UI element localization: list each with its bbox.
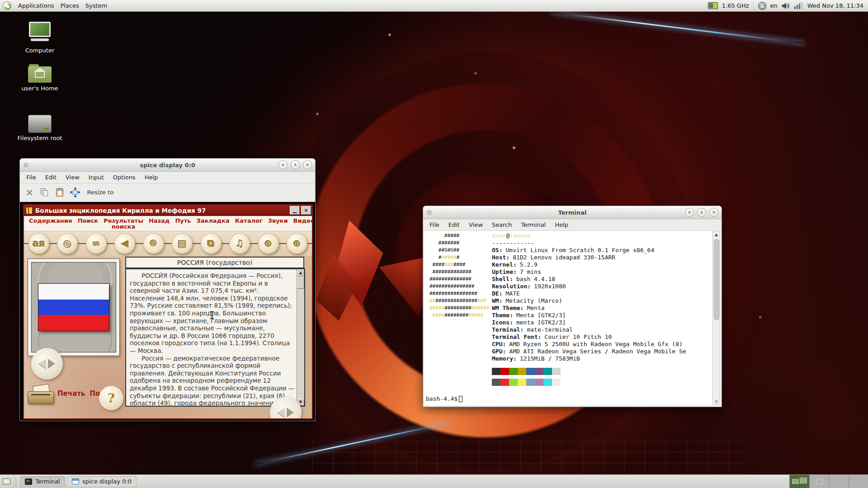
scrollbar-thumb[interactable]: [714, 239, 719, 320]
ascii-art-line: #####: [429, 232, 492, 239]
shutdown-icon[interactable]: ×: [25, 188, 33, 197]
panel-menu-item[interactable]: Applications: [15, 1, 57, 10]
minimize-button[interactable]: ∨: [685, 208, 694, 217]
ency-menu-video[interactable]: Видео: [291, 217, 313, 231]
terminal-titlebar[interactable]: Terminal ∨ ∧ ×: [423, 206, 722, 219]
workspace-2[interactable]: [809, 475, 829, 488]
workspace-3[interactable]: [829, 475, 849, 488]
alphabet-icon[interactable]: ая: [28, 233, 49, 254]
menu-item[interactable]: Help: [551, 220, 572, 230]
neofetch-info-line: Terminal Font:Courier 10 Pitch 10: [492, 333, 711, 341]
prompt-text: bash-4.4$: [426, 395, 458, 403]
scroll-down-button[interactable]: ▼: [713, 399, 720, 404]
shell-prompt[interactable]: bash-4.4$: [426, 395, 462, 403]
path-compass-icon[interactable]: ☸: [143, 233, 164, 254]
search-icon[interactable]: ◎: [57, 233, 78, 254]
menu-item[interactable]: View: [465, 220, 486, 230]
ency-menu-search[interactable]: Поиск: [75, 217, 100, 231]
palette-swatch: [526, 368, 535, 375]
menu-item[interactable]: File: [23, 173, 40, 182]
scrollbar-thumb[interactable]: [297, 277, 304, 289]
prev-arrow-icon[interactable]: [39, 359, 46, 369]
clock[interactable]: Wed Nov 18, 11:34: [807, 2, 863, 9]
media-nav-arrows[interactable]: [31, 348, 63, 380]
panel-menu-item[interactable]: System: [82, 1, 110, 10]
scroll-up-button[interactable]: ▲: [297, 269, 304, 277]
window-title: spice display 0:0: [140, 162, 195, 169]
cpu-frequency-icon[interactable]: [708, 2, 718, 9]
encyclopedia-menubar: СодержаниеПоискРезультатыпоискаНазадПуть…: [24, 216, 312, 231]
notification-face-icon[interactable]: [758, 2, 766, 10]
close-button[interactable]: ×: [709, 208, 718, 217]
bookmark-book-icon[interactable]: ▤: [172, 233, 193, 254]
ency-menu-contents[interactable]: Содержание: [27, 217, 75, 231]
ency-menu-search-results[interactable]: Результатыпоиска: [101, 217, 146, 231]
desktop-icon-filesystem[interactable]: Filesystem root: [15, 112, 65, 141]
volume-icon[interactable]: [782, 2, 790, 9]
encyclopedia-title: Большая энциклопедия Кирилла и Мефодия 9…: [35, 207, 206, 214]
scroll-up-button[interactable]: ▲: [713, 232, 720, 237]
network-signal-icon[interactable]: [794, 2, 803, 9]
show-desktop-button[interactable]: [0, 475, 14, 488]
close-button[interactable]: ×: [301, 206, 311, 215]
terminal-content[interactable]: ##### ####### ##O#O## ####### ##########…: [424, 231, 721, 405]
panel-menu-item[interactable]: Places: [57, 1, 82, 10]
window-title: Terminal: [558, 209, 587, 216]
catalog-icon[interactable]: ⧉: [201, 233, 222, 254]
taskbar-item-spice[interactable]: spice display 0:0: [67, 476, 137, 487]
ascii-art-line: #################: [429, 312, 492, 319]
article-paragraph: РОССИ́Я (Российская Федерация — Россия),…: [130, 272, 295, 355]
palette-swatch: [526, 379, 535, 386]
close-button[interactable]: ×: [303, 160, 312, 169]
menu-item[interactable]: Edit: [445, 220, 463, 230]
resize-to-label[interactable]: Resize to: [87, 189, 113, 196]
paste-icon[interactable]: [56, 188, 63, 197]
maximize-button[interactable]: ∧: [697, 208, 706, 217]
back-icon[interactable]: ◀: [114, 233, 135, 254]
next-arrow-icon[interactable]: [287, 408, 294, 418]
taskbar-item-terminal[interactable]: Terminal: [20, 476, 65, 487]
minimize-button[interactable]: ▁: [290, 206, 300, 215]
ency-menu-back[interactable]: Назад: [146, 217, 172, 231]
terminal-scrollbar[interactable]: ▲ ▼: [712, 231, 720, 405]
menu-item[interactable]: Search: [488, 220, 516, 230]
workspace-4[interactable]: [849, 475, 868, 488]
sounds-icon[interactable]: ♫: [229, 233, 250, 254]
menu-item[interactable]: Options: [109, 173, 139, 182]
help-icon[interactable]: ?: [99, 386, 123, 410]
workspace-1[interactable]: [789, 475, 809, 488]
article-box[interactable]: РОССИ́Я (Российская Федерация — Россия),…: [125, 268, 305, 407]
russia-flag-image[interactable]: [38, 283, 109, 331]
spice-titlebar[interactable]: spice display 0:0 ∨ ∧ ×: [20, 159, 315, 172]
next-arrow-icon[interactable]: [48, 359, 55, 369]
menu-item[interactable]: Input: [85, 173, 108, 182]
ency-menu-path[interactable]: Путь: [173, 217, 193, 231]
resize-icon[interactable]: [71, 188, 80, 197]
print-label[interactable]: Печать: [57, 389, 85, 398]
menu-item[interactable]: Help: [141, 173, 162, 182]
ency-menu-bookmark[interactable]: Закладка: [194, 217, 231, 231]
ency-menu-catalog[interactable]: Каталог: [233, 217, 265, 231]
keyboard-layout-indicator[interactable]: en: [770, 2, 778, 9]
desktop-icon-computer[interactable]: Computer: [15, 22, 65, 54]
maximize-button[interactable]: ∧: [291, 160, 300, 169]
menu-item[interactable]: Edit: [42, 173, 60, 182]
encyclopedia-titlebar[interactable]: Большая энциклопедия Кирилла и Мефодия 9…: [24, 205, 312, 216]
prev-arrow-icon[interactable]: [278, 408, 285, 418]
window-icon: [427, 211, 431, 215]
ency-menu-sounds[interactable]: Звуки: [266, 217, 290, 231]
search-results-icon[interactable]: ∞: [86, 233, 107, 254]
menu-item[interactable]: File: [426, 220, 443, 230]
article-scrollbar[interactable]: ▲ ▼: [297, 269, 304, 406]
distro-menu-icon[interactable]: [3, 1, 11, 10]
copy-icon[interactable]: [41, 188, 49, 197]
article-text: РОССИ́Я (Российская Федерация — Россия),…: [130, 272, 295, 406]
print-icon[interactable]: [27, 384, 56, 411]
menu-item[interactable]: View: [62, 173, 83, 182]
spice-menubar: FileEditViewInputOptionsHelp: [20, 172, 315, 183]
minimize-button[interactable]: ∨: [278, 160, 288, 169]
desktop-icon-home[interactable]: user's Home: [15, 64, 65, 92]
menu-item[interactable]: Terminal: [517, 220, 549, 230]
maps-globe-icon[interactable]: ⊕: [287, 233, 307, 254]
video-reel-icon[interactable]: ⊛: [258, 233, 279, 254]
